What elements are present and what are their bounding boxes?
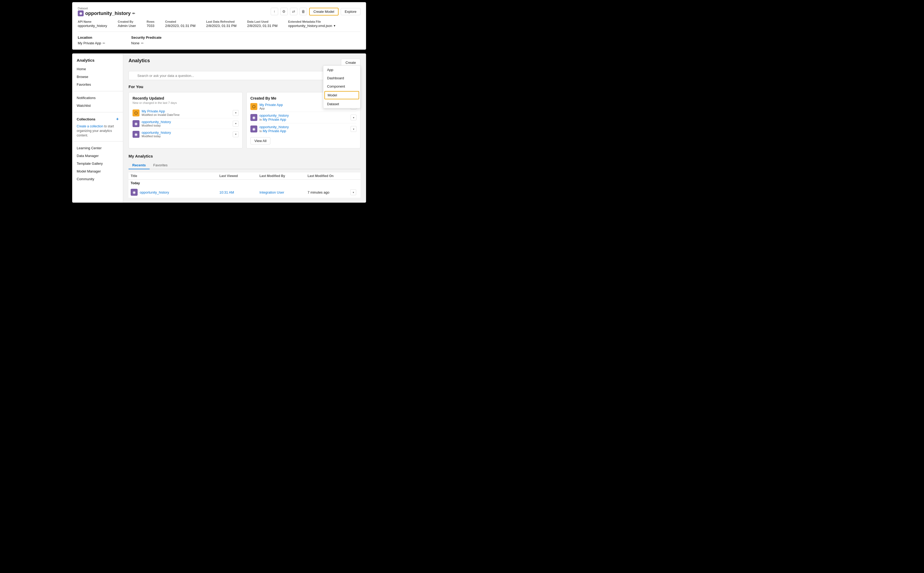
row-chevron-button[interactable]: ▾ [350,189,356,195]
dropdown-arrow-icon[interactable]: ▼ [333,24,336,27]
recently-updated-subtitle: New or changed in the last 7 days [133,101,238,104]
location-section: Location My Private App ✏ [78,36,131,45]
item-sub: In My Private App [259,117,289,122]
sidebar-item-data-manager[interactable]: Data Manager [72,152,123,160]
sidebar-item-watchlist[interactable]: Watchlist [72,102,123,110]
item-sub: In My Private App [259,129,289,133]
create-collection-link[interactable]: Create a collection [77,124,103,128]
item-link[interactable]: opportunity_history [259,113,289,117]
dataset-name-row: ◉ opportunity_history ✏ [78,10,135,16]
meta-rows: Rows 7033 [147,20,154,28]
item-sub: Modified today [142,135,171,138]
meta-refreshed-label: Last Data Refreshed [206,20,237,23]
meta-api-label: API Name [78,20,107,23]
item-info: My Private App Modified on Invalid DateT… [142,109,180,116]
meta-api-value: opportunity_history [78,24,107,28]
sidebar-item-community[interactable]: Community [72,175,123,183]
dataset-icon: ◉ [133,131,140,138]
sidebar-title: Analytics [72,58,123,63]
meta-data-last-used: Data Last Used 2/8/2023, 01:31 PM [247,20,278,28]
in-app-link[interactable]: My Private App [263,117,286,122]
dropdown-item-model[interactable]: Model [325,91,359,99]
sidebar-item-browse[interactable]: Browse [72,73,123,81]
dropdown-item-dashboard[interactable]: Dashboard [323,74,360,82]
edit-location-icon[interactable]: ✏ [103,41,105,45]
tab-favorites[interactable]: Favorites [150,161,171,169]
sidebar-item-notifications[interactable]: Notifications [72,94,123,102]
item-info: My Private App App [259,103,283,110]
item-sub: Modified today [142,124,171,127]
sidebar-item-model-manager[interactable]: Model Manager [72,168,123,175]
item-link[interactable]: My Private App [259,103,283,107]
dataset-icon: ◉ [133,120,140,127]
recently-updated-title: Recently Updated [133,96,238,100]
in-app-link[interactable]: My Private App [263,129,286,133]
item-link[interactable]: opportunity_history [259,125,289,129]
table-group-today: Today [129,180,361,186]
dataset-icon: ◉ [250,125,257,132]
security-value: None ✏ [131,41,179,45]
row-last-modified-by[interactable]: Integration User [259,190,307,194]
edit-dataset-icon[interactable]: ✏ [132,11,135,16]
meta-api-name: API Name opportunity_history [78,20,107,28]
meta-dataused-label: Data Last Used [247,20,278,23]
item-link[interactable]: opportunity_history [142,120,171,124]
list-item: ⬡ My Private App Modified on Invalid Dat… [133,108,238,118]
search-input[interactable] [129,71,332,80]
dataset-actions: ↑ ⚙ ⇄ 🗑 Create Model Explore [271,8,361,16]
item-chevron-button[interactable]: ▾ [233,121,238,127]
edit-security-icon[interactable]: ✏ [141,41,144,45]
sidebar-item-home[interactable]: Home [72,65,123,73]
item-chevron-button[interactable]: ▾ [351,114,356,121]
item-link[interactable]: My Private App [142,109,165,113]
create-model-button[interactable]: Create Model [309,8,339,16]
item-link[interactable]: opportunity_history [142,131,171,135]
item-sub: Modified on Invalid DateTime [142,113,180,116]
sidebar-collections-title: Collections + [72,115,123,123]
table-header: Title Last Viewed Last Modified By Last … [129,172,361,180]
item-chevron-button[interactable]: ▾ [233,110,238,116]
delete-icon[interactable]: 🗑 [300,8,307,15]
analytics-sidebar: Analytics Home Browse Favorites Notifica… [72,54,123,202]
dataset-header: Dataset ◉ opportunity_history ✏ ↑ ⚙ ⇄ 🗑 … [78,7,361,16]
tabs: Recents Favorites [129,161,361,169]
view-all-button[interactable]: View All [250,137,270,144]
sidebar-collection-text: Create a collection to start organizing … [72,123,123,139]
meta-last-refreshed: Last Data Refreshed 2/8/2023, 01:31 PM [206,20,237,28]
connect-icon[interactable]: ⇄ [290,8,297,15]
meta-xmd-value: opportunity_history.xmd.json ▼ [288,24,336,28]
meta-rows-value: 7033 [147,24,154,28]
settings-icon[interactable]: ⚙ [280,8,288,15]
row-last-viewed: 10:31 AM [220,190,259,194]
explore-button[interactable]: Explore [341,8,361,15]
dataset-details: Location My Private App ✏ Security Predi… [78,36,361,45]
analytics-panel: Analytics Home Browse Favorites Notifica… [72,53,366,203]
meta-extended-metadata: Extended Metadata File opportunity_histo… [288,20,336,28]
list-item: ◉ opportunity_history In My Private App … [250,112,356,124]
col-last-modified-by: Last Modified By [259,174,307,178]
row-item-link[interactable]: opportunity_history [140,190,169,194]
main-title: Analytics [129,58,150,64]
item-chevron-button[interactable]: ▾ [233,132,238,137]
sidebar-item-favorites[interactable]: Favorites [72,81,123,88]
add-collection-icon[interactable]: + [116,117,119,122]
meta-createdby-label: Created By [118,20,136,23]
dropdown-item-app[interactable]: App [323,66,360,74]
dropdown-item-component[interactable]: Component [323,82,360,91]
item-sub: App [259,107,283,110]
sidebar-item-learning-center[interactable]: Learning Center [72,144,123,152]
meta-created-value: 2/8/2023, 01:31 PM [165,24,195,28]
item-chevron-button[interactable]: ▾ [351,126,356,132]
dropdown-item-dataset[interactable]: Dataset [323,100,360,108]
sidebar-divider-2 [72,112,123,113]
row-last-modified-on: 7 minutes ago [307,190,350,194]
tab-recents[interactable]: Recents [129,161,150,169]
security-section: Security Predicate None ✏ [131,36,185,45]
upload-icon[interactable]: ↑ [271,8,278,15]
meta-created-label: Created [165,20,195,23]
meta-xmd-label: Extended Metadata File [288,20,336,23]
list-item: ◉ opportunity_history In My Private App … [250,124,356,135]
dataset-icon: ◉ [78,10,84,16]
sidebar-item-template-gallery[interactable]: Template Gallery [72,160,123,168]
list-item: ◉ opportunity_history Modified today ▾ [133,129,238,139]
